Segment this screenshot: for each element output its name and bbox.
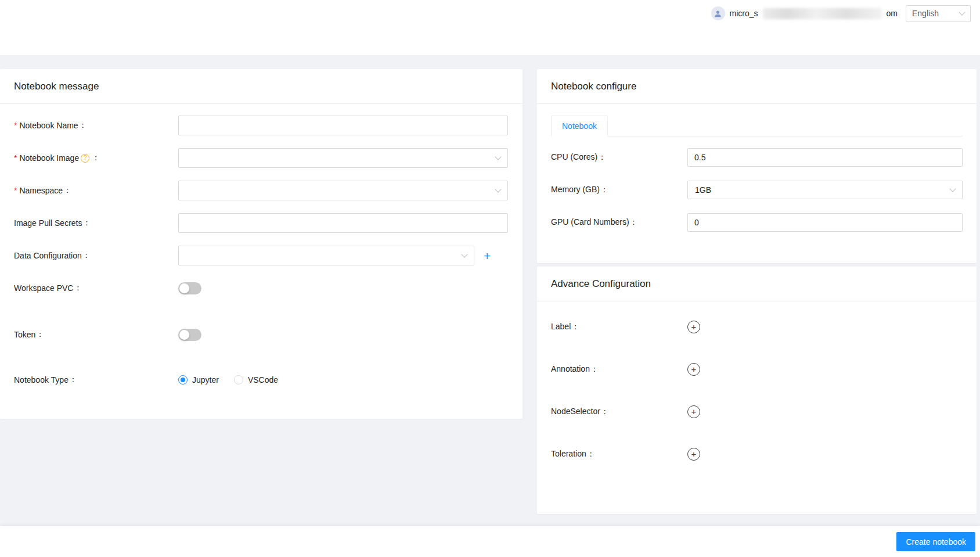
user-avatar-icon xyxy=(711,6,725,20)
language-value: English xyxy=(912,9,939,18)
radio-jupyter[interactable]: Jupyter xyxy=(178,375,219,384)
add-nodeselector-button[interactable]: + xyxy=(687,405,700,418)
create-notebook-button[interactable]: Create notebook xyxy=(896,532,975,551)
form-row-label: Label： + xyxy=(551,320,963,334)
configure-tabs: Notebook xyxy=(551,116,963,136)
required-asterisk: * xyxy=(14,153,17,163)
cpu-input[interactable] xyxy=(687,148,963,167)
gpu-input[interactable] xyxy=(687,213,963,232)
user-info[interactable]: micro_s om xyxy=(711,6,898,20)
nodeselector-label: NodeSelector： xyxy=(551,407,687,417)
notebook-name-input[interactable] xyxy=(178,116,508,135)
advance-configuration-panel: Advance Configuration Label： + Annotatio… xyxy=(537,267,977,514)
form-row-gpu: GPU (Card Numbers)： xyxy=(551,213,963,232)
form-row-data-configuration: Data Configuration ： + xyxy=(14,246,509,265)
notebook-image-select[interactable] xyxy=(178,148,508,168)
form-row-notebook-name: * Notebook Name ： xyxy=(14,116,509,135)
namespace-label: * Namespace ： xyxy=(14,185,178,196)
cpu-label: CPU (Cores)： xyxy=(551,152,687,163)
help-icon[interactable]: ? xyxy=(81,154,89,163)
data-configuration-label: Data Configuration ： xyxy=(14,250,178,261)
form-row-token: Token ： xyxy=(14,325,509,344)
memory-label: Memory (GB)： xyxy=(551,185,687,195)
top-header-row: micro_s om English xyxy=(0,0,980,27)
advance-configuration-body: Label： + Annotation： + xyxy=(537,301,977,473)
annotation-label: Annotation： xyxy=(551,364,687,375)
notebook-type-radio-group: Jupyter VSCode xyxy=(178,375,293,384)
form-row-notebook-image: * Notebook Image ? ： xyxy=(14,148,509,168)
workspace-pvc-toggle[interactable] xyxy=(178,282,201,294)
plus-icon: + xyxy=(691,450,697,458)
top-header: micro_s om English xyxy=(0,0,980,55)
username-suffix: om xyxy=(887,9,898,18)
notebook-name-label: * Notebook Name ： xyxy=(14,120,178,131)
form-row-cpu: CPU (Cores)： xyxy=(551,148,963,167)
notebook-configure-panel: Notebook configure Notebook CPU (Cores)：… xyxy=(537,69,977,263)
form-row-memory: Memory (GB)： 1GB xyxy=(551,181,963,199)
form-row-image-pull-secrets: Image Pull Secrets ： xyxy=(14,213,509,233)
chevron-down-icon xyxy=(949,185,956,192)
token-toggle[interactable] xyxy=(178,329,201,341)
required-asterisk: * xyxy=(14,121,17,130)
form-row-notebook-type: Notebook Type ： Jupyter VSCode xyxy=(14,370,509,390)
gpu-label: GPU (Card Numbers)： xyxy=(551,217,687,228)
workspace-pvc-label: Workspace PVC ： xyxy=(14,283,178,293)
notebook-configure-body: CPU (Cores)： Memory (GB)： 1GB xyxy=(537,136,977,243)
data-configuration-select[interactable] xyxy=(178,246,474,265)
image-pull-secrets-label: Image Pull Secrets ： xyxy=(14,218,178,228)
radio-vscode[interactable]: VSCode xyxy=(234,375,278,384)
form-row-toleration: Toleration： + xyxy=(551,447,963,461)
tab-notebook[interactable]: Notebook xyxy=(551,116,608,136)
chevron-down-icon xyxy=(495,153,501,160)
right-column: Notebook configure Notebook CPU (Cores)：… xyxy=(537,69,977,526)
chevron-down-icon xyxy=(461,251,467,257)
plus-icon: + xyxy=(691,322,697,331)
plus-icon: + xyxy=(691,365,697,373)
plus-icon: + xyxy=(691,407,697,416)
chevron-down-icon xyxy=(959,9,965,15)
add-toleration-button[interactable]: + xyxy=(687,448,700,461)
username-prefix: micro_s xyxy=(730,9,758,18)
notebook-message-panel: Notebook message * Notebook Name ： * xyxy=(0,69,523,419)
toggle-knob xyxy=(179,330,189,340)
memory-select-value: 1GB xyxy=(695,185,711,195)
label-label: Label： xyxy=(551,322,687,332)
image-pull-secrets-input[interactable] xyxy=(178,213,508,233)
memory-select[interactable]: 1GB xyxy=(687,181,963,199)
namespace-select[interactable] xyxy=(178,181,508,200)
notebook-image-label: * Notebook Image ? ： xyxy=(14,153,178,163)
token-label: Token ： xyxy=(14,329,178,340)
notebook-configure-title: Notebook configure xyxy=(537,69,977,104)
redacted-email xyxy=(763,8,882,19)
add-annotation-button[interactable]: + xyxy=(687,363,700,376)
language-select[interactable]: English xyxy=(906,5,971,22)
toleration-label: Toleration： xyxy=(551,449,687,459)
notebook-message-title: Notebook message xyxy=(0,69,523,104)
page: micro_s om English Notebook message * No… xyxy=(0,0,980,557)
notebook-message-body: * Notebook Name ： * Notebook Image ? ： xyxy=(0,104,523,401)
advance-configuration-title: Advance Configuration xyxy=(537,267,977,301)
form-row-namespace: * Namespace ： xyxy=(14,181,509,200)
main-content: Notebook message * Notebook Name ： * xyxy=(0,55,980,526)
notebook-type-label: Notebook Type ： xyxy=(14,375,178,385)
required-asterisk: * xyxy=(14,186,17,195)
chevron-down-icon xyxy=(495,186,501,192)
radio-unchecked-icon xyxy=(234,375,243,384)
form-row-nodeselector: NodeSelector： + xyxy=(551,405,963,419)
footer-bar: Create notebook xyxy=(0,526,980,557)
form-row-workspace-pvc: Workspace PVC ： xyxy=(14,278,509,298)
add-data-configuration-button[interactable]: + xyxy=(484,250,491,262)
add-label-button[interactable]: + xyxy=(687,321,700,333)
radio-checked-icon xyxy=(178,375,188,384)
toggle-knob xyxy=(179,283,189,293)
form-row-annotation: Annotation： + xyxy=(551,362,963,376)
